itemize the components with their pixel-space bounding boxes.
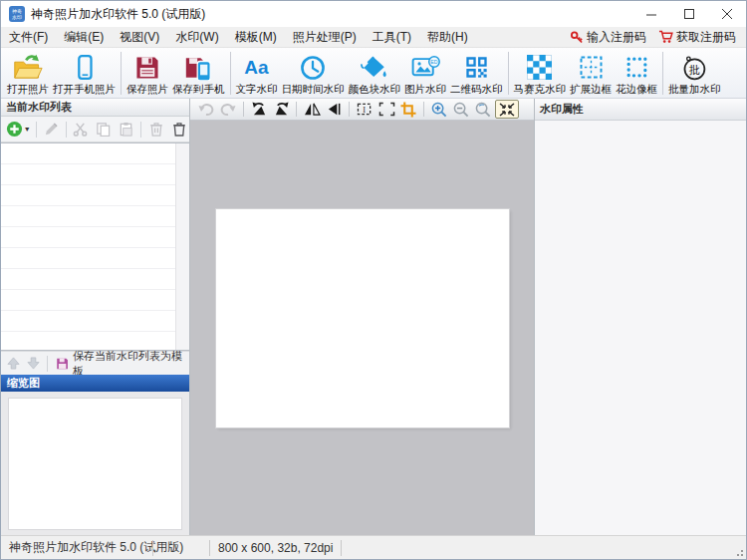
toolbar-button-label: 日期时间水印 <box>282 82 345 96</box>
edit-watermark-button[interactable] <box>41 119 62 140</box>
get-register-code-link[interactable]: 获取注册码 <box>654 28 740 47</box>
zoom-out-icon <box>453 102 469 118</box>
toolbar-separator <box>508 52 509 95</box>
statusbar: 神奇照片加水印软件 5.0 (试用版) 800 x 600, 32b, 72dp… <box>1 535 746 559</box>
key-icon <box>571 31 584 44</box>
batch-watermark-icon: 批 <box>681 53 707 82</box>
mosaic-watermark-button[interactable]: 马赛克水印 <box>512 50 569 97</box>
zoom-out-button[interactable] <box>451 100 471 119</box>
menu-photo-process[interactable]: 照片处理(P) <box>285 27 365 48</box>
save-photo-button[interactable]: 保存照片 <box>124 50 170 97</box>
menu-watermark[interactable]: 水印(W) <box>167 27 226 48</box>
redo-button[interactable] <box>218 100 238 119</box>
enter-register-code-link[interactable]: 输入注册码 <box>567 28 650 47</box>
cart-icon <box>658 30 673 44</box>
close-button[interactable] <box>708 1 746 27</box>
datetime-watermark-icon <box>300 53 326 82</box>
batch-watermark-button[interactable]: 批 批量加水印 <box>666 50 723 97</box>
color-block-watermark-icon <box>361 53 388 82</box>
move-up-button[interactable] <box>5 355 22 373</box>
add-watermark-button[interactable]: ▼ <box>5 119 32 140</box>
menu-file[interactable]: 文件(F) <box>1 27 56 48</box>
chevron-down-icon: ▼ <box>24 126 31 133</box>
toolbar-separator <box>243 102 244 117</box>
fit-window-button[interactable] <box>495 100 519 119</box>
thumbnail-header: 缩览图 <box>1 375 189 392</box>
maximize-button[interactable] <box>670 1 708 27</box>
menu-view[interactable]: 视图(V) <box>112 27 167 48</box>
watermark-list-scrollbar[interactable] <box>175 143 189 350</box>
rotate-right-icon <box>273 102 290 117</box>
save-to-phone-icon <box>184 53 212 82</box>
clear-list-button[interactable] <box>168 119 189 140</box>
rotate-right-button[interactable] <box>271 100 291 119</box>
zoom-in-button[interactable] <box>429 100 449 119</box>
watermark-list <box>1 142 189 351</box>
delete-watermark-button[interactable] <box>145 119 166 140</box>
resize-grip[interactable] <box>734 547 744 557</box>
menu-template[interactable]: 模板(M) <box>227 27 285 48</box>
datetime-watermark-button[interactable]: 日期时间水印 <box>280 50 347 97</box>
menu-edit[interactable]: 编辑(E) <box>56 27 112 48</box>
get-register-code-label: 获取注册码 <box>676 29 736 46</box>
resize-canvas-button[interactable] <box>376 100 396 119</box>
watermark-list-toolbar: ▼ <box>1 117 189 142</box>
copy-button[interactable] <box>93 119 114 140</box>
close-icon <box>722 9 733 20</box>
open-photo-button[interactable]: 打开照片 <box>5 50 51 97</box>
lace-frame-button[interactable]: 花边像框 <box>614 50 659 97</box>
text-watermark-button[interactable]: Aa 文字水印 <box>234 50 280 97</box>
register-links: 输入注册码 获取注册码 <box>567 28 746 47</box>
save-to-phone-button[interactable]: 保存到手机 <box>170 50 227 97</box>
crop-button[interactable] <box>398 100 418 119</box>
move-down-button[interactable] <box>25 355 42 373</box>
zoom-actual-icon <box>475 102 491 118</box>
qrcode-watermark-button[interactable]: 二维码水印 <box>448 50 505 97</box>
text-watermark-icon: Aa <box>244 53 268 82</box>
mosaic-watermark-icon <box>527 53 552 82</box>
menu-help[interactable]: 帮助(H) <box>419 27 476 48</box>
resize-image-button[interactable]: I <box>355 100 374 119</box>
minimize-button[interactable] <box>632 1 670 27</box>
toolbar-button-label: 扩展边框 <box>570 82 612 96</box>
watermark-list-header: 当前水印列表 <box>1 99 189 117</box>
toolbar-separator <box>296 102 297 117</box>
save-photo-icon <box>134 53 160 82</box>
toolbar-separator <box>423 102 424 117</box>
extend-border-button[interactable]: 扩展边框 <box>568 50 614 97</box>
watermark-list-rows <box>1 143 175 350</box>
text-watermark-glyph: Aa <box>244 57 268 79</box>
zoom-actual-button[interactable] <box>473 100 493 119</box>
photo-preview[interactable] <box>216 209 509 427</box>
watermark-list-footer: 保存当前水印列表为模板 <box>1 351 189 375</box>
save-template-floppy-icon <box>56 357 69 371</box>
paste-button[interactable] <box>116 119 136 140</box>
cut-button[interactable] <box>70 119 91 140</box>
flip-horizontal-button[interactable] <box>302 100 322 119</box>
toolbar-button-label: 保存到手机 <box>172 82 225 96</box>
statusbar-image-info: 800 x 600, 32b, 72dpi <box>210 541 341 555</box>
flip-vertical-button[interactable] <box>324 100 344 119</box>
resize-canvas-icon <box>378 102 395 117</box>
undo-button[interactable] <box>196 100 216 119</box>
maximize-icon <box>684 9 695 20</box>
picture-watermark-button[interactable]: ED 图片水印 <box>402 50 448 97</box>
toolbar-button-label: 花边像框 <box>616 82 657 96</box>
color-block-watermark-button[interactable]: 颜色块水印 <box>347 50 403 97</box>
toolbar-button-label: 图片水印 <box>404 82 446 96</box>
toolbar-button-label: 颜色块水印 <box>349 82 401 96</box>
menu-tools[interactable]: 工具(T) <box>365 27 419 48</box>
toolbar-separator <box>36 122 37 138</box>
rotate-left-button[interactable] <box>249 100 269 119</box>
open-phone-photo-button[interactable]: 打开手机照片 <box>51 50 118 97</box>
copy-icon <box>96 122 111 137</box>
canvas-area[interactable] <box>190 121 534 535</box>
toolbar-button-label: 打开照片 <box>7 82 49 96</box>
arrow-up-icon <box>7 357 20 370</box>
toolbar-button-label: 马赛克水印 <box>514 82 567 96</box>
svg-text:ED: ED <box>430 58 437 64</box>
toolbar-separator <box>47 356 48 372</box>
trash-all-icon <box>172 122 186 137</box>
statusbar-separator <box>152 540 153 556</box>
open-phone-photo-icon <box>72 53 98 82</box>
